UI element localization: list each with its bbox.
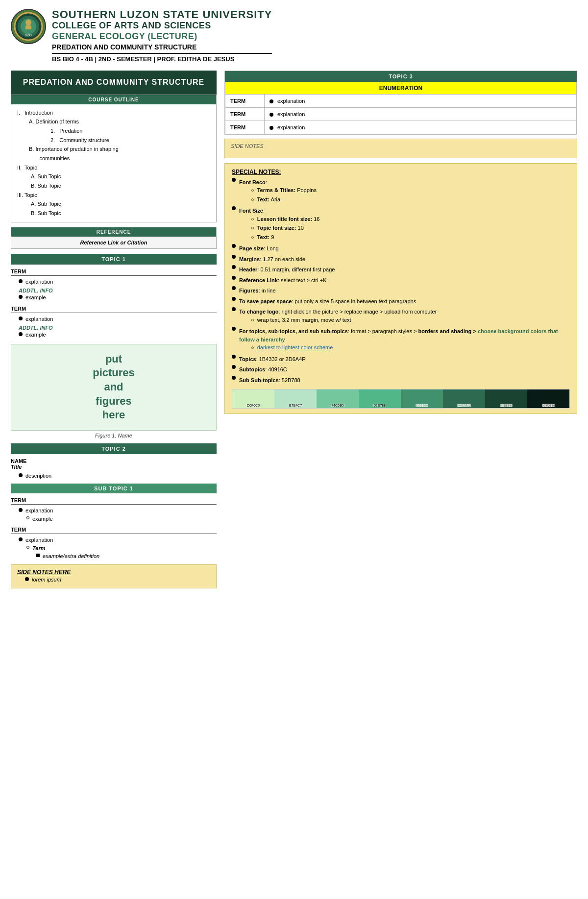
sn-margins: Margins: 1.27 on each side: [232, 255, 570, 264]
right-col-inner: TOPIC 3 ENUMERATION TERM explanation: [224, 71, 577, 135]
topic2-section: TOPIC 2 NAME Title description: [11, 443, 217, 480]
side-notes-item: lorem ipsum: [17, 576, 210, 584]
sub-exp-text-2: explanation: [25, 536, 53, 544]
figure-caption: Figure 1. Name: [11, 433, 217, 438]
sn-reference-link: Reference Link: select text > ctrl +K: [232, 276, 570, 285]
right-column: TOPIC 3 ENUMERATION TERM explanation: [224, 71, 577, 414]
bullet-icon: [232, 206, 236, 210]
example-text-2: example: [25, 331, 46, 339]
example-text-1: example: [25, 293, 46, 302]
bullet-icon: [232, 178, 236, 182]
outline-item: B. Importance of predation in shaping co…: [17, 145, 210, 163]
enumeration-table: ENUMERATION TERM explanation TERM: [225, 82, 577, 134]
example-item-2: example: [11, 331, 217, 339]
bullet-icon: [232, 327, 236, 331]
sn-font-size: Font Size: ○ Lesson title font size: 16 …: [232, 207, 570, 242]
bullet-icon: [19, 279, 23, 283]
subtopic1-header: SUB TOPIC 1: [11, 484, 217, 493]
side-notes-box: SIDE NOTES HERE lorem ipsum: [11, 564, 217, 589]
subtopic1-section: SUB TOPIC 1 TERM explanation example TER…: [11, 484, 217, 588]
sn-wrap-text: ○ wrap text, 3.2 mm margin, move w/ text: [239, 316, 437, 324]
reference-box: REFERENCE Reference Link or Citation: [11, 227, 217, 249]
bullet-icon: [270, 99, 273, 103]
swatch-label-8: 081C15: [542, 404, 555, 407]
course-outline-box: COURSE OUTLINE I. Introduction A. Defini…: [11, 95, 217, 222]
bullet-icon: [19, 473, 23, 477]
bullet-icon: [232, 376, 236, 380]
explanation-item-2: explanation: [11, 315, 217, 323]
enum-exp-3: explanation: [265, 121, 577, 134]
svg-text:SLSU: SLSU: [25, 34, 32, 37]
outline-item: A. Definition of terms: [17, 117, 210, 126]
sn-font-reco-label: Font Reco: [239, 179, 266, 185]
university-name: SOUTHERN LUZON STATE UNIVERSITY: [52, 9, 272, 21]
bullet-icon: [19, 508, 23, 512]
addtl-info-2: ADDTL. INFO: [11, 325, 217, 331]
enum-exp-text-3: explanation: [277, 124, 305, 130]
topic2-name: NAME: [11, 458, 217, 464]
sn-subsubtopics-color: Sub Sub-topics: 52B788: [232, 376, 570, 385]
topic2-description-item: description: [11, 472, 217, 480]
main-title-box: PREDATION AND COMMUNITY STRUCTURE: [11, 71, 217, 95]
bullet-icon: [19, 332, 23, 336]
sn-topics-color: Topics: 1B4332 or 2D6A4F: [232, 355, 570, 364]
explanation-text-2: explanation: [25, 315, 53, 323]
enum-term-3: TERM: [225, 121, 265, 134]
sub-explanation-2: explanation: [11, 536, 217, 544]
sub-term-row-2: TERM explanation Term example/extra defi…: [11, 527, 217, 560]
open-circle-icon: [26, 516, 29, 519]
bullet-icon: [232, 355, 236, 359]
enum-header-row: ENUMERATION: [225, 82, 577, 94]
figure-box: putpicturesandfigureshere: [11, 344, 217, 431]
enum-exp-2: explanation: [265, 107, 577, 121]
sn-font-reco-terms: ○ Terms & Titles: Poppins: [239, 186, 317, 194]
header-text-block: SOUTHERN LUZON STATE UNIVERSITY COLLEGE …: [52, 9, 272, 64]
term-row-1: TERM explanation ADDTL. INFO example: [11, 268, 217, 302]
sub-term-italic: Term: [11, 544, 217, 553]
explanation-text-1: explanation: [25, 278, 53, 286]
outline-item: III. Topic: [17, 191, 210, 200]
sn-page-size: Page size: Long: [232, 244, 570, 253]
swatch-label-7: 1B4332: [500, 404, 513, 407]
bullet-icon: [19, 295, 23, 299]
svg-rect-5: [25, 25, 31, 29]
sn-save-paper: To save paper space: put only a size 5 s…: [232, 297, 570, 306]
square-icon: [36, 554, 40, 557]
bullet-icon: [232, 297, 236, 301]
university-logo: SLSU: [11, 9, 46, 44]
darkest-to-lightest-link[interactable]: darkest to lightest color scheme: [257, 343, 333, 352]
swatch-6: 2D6A4F: [443, 389, 485, 408]
sub-example-1: example: [11, 515, 217, 523]
sub-sub-text: example/extra definition: [43, 552, 99, 560]
open-circle-icon: [26, 546, 29, 549]
sub-term-label-2: TERM: [11, 527, 217, 533]
sn-color-scheme: ○ darkest to lightest color scheme: [239, 343, 570, 352]
enum-term-2: TERM: [225, 107, 265, 121]
outline-item: A. Sub Topic: [17, 172, 210, 181]
topic1-header: TOPIC 1: [11, 254, 217, 265]
bullet-icon: [232, 307, 236, 311]
bullet-icon: [270, 113, 273, 117]
swatch-label-4: 52B788: [373, 404, 386, 407]
main-layout: PREDATION AND COMMUNITY STRUCTURE COURSE…: [11, 71, 577, 593]
left-column: PREDATION AND COMMUNITY STRUCTURE COURSE…: [11, 71, 217, 593]
swatch-label-2: B7E4C7: [289, 404, 302, 407]
swatch-label-1: D0F0C0: [246, 404, 260, 407]
bullet-icon: [19, 316, 23, 320]
sub-explanation-1: explanation: [11, 507, 217, 515]
outline-item: 2. Community structure: [17, 136, 210, 145]
swatch-5: 40916C: [401, 389, 443, 408]
side-notes-right: SIDE NOTES: [224, 139, 577, 158]
sn-text-size: ○ Text: 9: [239, 233, 319, 242]
side-notes-title: SIDE NOTES HERE: [17, 569, 210, 576]
term-label-2: TERM: [11, 306, 217, 312]
outline-item: II. Topic: [17, 163, 210, 172]
enum-row-3: TERM explanation: [225, 121, 577, 134]
sub-ex-text-1: example: [32, 515, 53, 523]
enum-row-2: TERM explanation: [225, 107, 577, 121]
swatch-label-5: 40916C: [416, 404, 429, 407]
bullet-icon: [270, 126, 273, 130]
course-outline-header: COURSE OUTLINE: [11, 95, 216, 104]
special-notes-box: SPECIAL NOTES: Font Reco: ○ Terms & Titl…: [224, 163, 577, 414]
reference-content: Reference Link or Citation: [11, 237, 216, 248]
